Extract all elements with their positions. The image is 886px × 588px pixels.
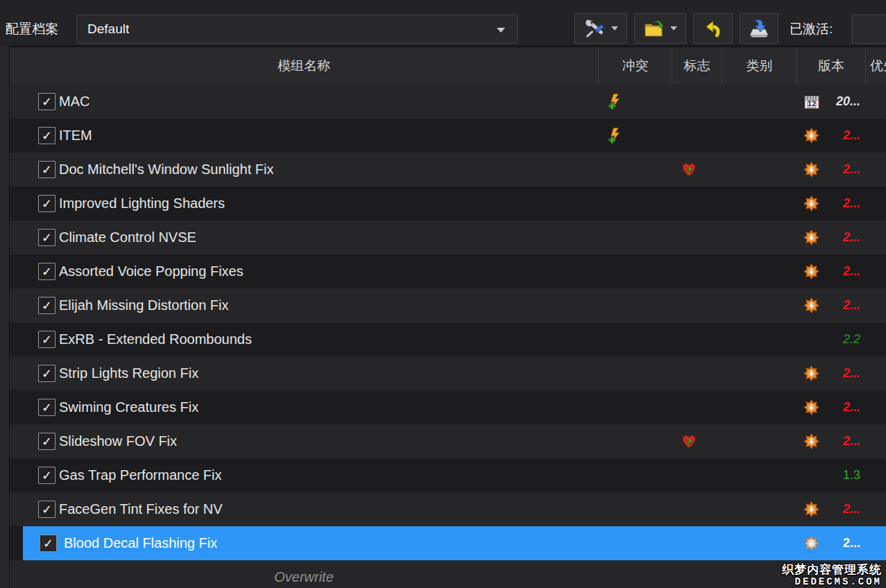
- install-mod-button[interactable]: [740, 13, 778, 44]
- mod-enabled-checkbox[interactable]: ✓: [38, 93, 56, 110]
- mod-enabled-checkbox[interactable]: ✓: [38, 331, 56, 348]
- mod-enabled-checkbox[interactable]: ✓: [38, 399, 56, 416]
- conflicts-cell: [598, 322, 672, 356]
- version-cell: 12 2.2: [796, 322, 865, 356]
- mod-enabled-checkbox[interactable]: ✓: [38, 365, 56, 382]
- mod-name-cell: ✓ MAC: [10, 85, 598, 119]
- column-header-conflicts[interactable]: 冲突: [598, 47, 672, 85]
- update-available-icon: [803, 128, 819, 144]
- table-row[interactable]: ✓ Swiming Creatures Fix ?: [10, 390, 886, 424]
- table-row[interactable]: ✓ Elijah Missing Distortion Fix ?: [10, 288, 886, 322]
- flags-cell: ?: [672, 356, 722, 390]
- mod-name-cell: ✓ Doc Mitchell's Window Sunlight Fix: [10, 153, 598, 187]
- mod-version: 2...: [843, 230, 860, 245]
- table-row[interactable]: ✓ Gas Trap Performance Fix ?: [10, 458, 886, 492]
- table-row[interactable]: ✓ Slideshow FOV Fix ?: [10, 424, 886, 458]
- table-row[interactable]: ✓ Blood Decal Flashing Fix ?: [10, 526, 886, 560]
- version-cell: 12 2...: [796, 220, 865, 254]
- chevron-down-icon: [611, 26, 618, 31]
- update-available-icon: [803, 535, 819, 551]
- mod-enabled-checkbox[interactable]: ✓: [38, 127, 56, 144]
- conflicts-cell: [598, 390, 672, 424]
- mod-table-header: 模组名称 冲突 标志 类别 版本 优先级: [0, 46, 886, 85]
- checkmark-icon: ✓: [42, 198, 52, 210]
- conflicts-cell: [598, 492, 672, 526]
- table-row[interactable]: ✓ ExRB - Extended Roombounds ?: [10, 322, 886, 356]
- column-header-version[interactable]: 版本: [796, 47, 865, 85]
- mod-name-cell: ✓ Improved Lighting Shaders: [10, 187, 598, 220]
- svg-text:?: ?: [686, 165, 692, 176]
- mod-version: 2...: [843, 366, 860, 381]
- mod-enabled-checkbox[interactable]: ✓: [38, 297, 56, 314]
- mod-name: FaceGen Tint Fixes for NV: [59, 501, 223, 517]
- column-header-name[interactable]: 模组名称: [10, 47, 598, 85]
- update-available-icon: [803, 196, 819, 211]
- checkmark-icon: ✓: [43, 537, 53, 550]
- mod-version: 2...: [843, 298, 860, 313]
- activated-label: 已激活:: [790, 15, 833, 44]
- table-row[interactable]: ✓ Climate Control NVSE ?: [10, 220, 886, 254]
- column-header-category[interactable]: 类别: [722, 47, 796, 85]
- open-folder-button[interactable]: [634, 13, 686, 44]
- update-available-icon: [803, 263, 819, 279]
- column-header-flags[interactable]: 标志: [672, 47, 722, 85]
- mod-name-cell: ✓ Strip Lights Region Fix: [10, 356, 598, 390]
- table-row[interactable]: ✓ ITEM ?: [10, 119, 886, 153]
- activated-count-box[interactable]: [852, 15, 886, 44]
- flags-cell: ?: [672, 187, 722, 220]
- conflicts-cell: [598, 424, 672, 458]
- undo-arrow-icon: [704, 19, 722, 38]
- flags-cell: ?: [672, 424, 722, 458]
- mod-enabled-checkbox[interactable]: ✓: [38, 263, 56, 280]
- flags-cell: ?: [672, 526, 722, 560]
- mod-enabled-checkbox[interactable]: ✓: [38, 161, 56, 178]
- mod-version: 2...: [843, 128, 860, 143]
- svg-text:?: ?: [686, 437, 692, 448]
- mod-enabled-checkbox[interactable]: ✓: [38, 467, 56, 484]
- mod-name-cell: ✓ Elijah Missing Distortion Fix: [10, 288, 598, 322]
- version-cell: 12 20...: [796, 85, 865, 119]
- conflicts-cell: [598, 153, 672, 187]
- flags-cell: ?: [672, 153, 722, 187]
- mod-list: ✓ MAC ?: [10, 85, 886, 588]
- checkmark-icon: ✓: [42, 334, 52, 346]
- watermark-line1: 织梦内容管理系统: [782, 564, 882, 576]
- conflicts-cell: [598, 526, 672, 560]
- table-row[interactable]: ✓ Doc Mitchell's Window Sunlight Fix ?: [10, 153, 886, 187]
- tools-button[interactable]: [574, 13, 627, 44]
- checkmark-icon: ✓: [42, 435, 52, 448]
- undo-button[interactable]: [693, 13, 733, 44]
- mod-version: 20...: [836, 94, 860, 109]
- table-row[interactable]: ✓ FaceGen Tint Fixes for NV ?: [10, 492, 886, 526]
- mod-enabled-checkbox[interactable]: ✓: [38, 195, 56, 212]
- mod-enabled-checkbox[interactable]: ✓: [38, 433, 56, 450]
- conflicts-cell: [598, 458, 672, 492]
- update-available-icon: [803, 433, 819, 449]
- flags-cell: ?: [672, 119, 722, 153]
- update-available-icon: [803, 365, 819, 381]
- table-row[interactable]: ✓ Assorted Voice Popping Fixes ?: [10, 254, 886, 288]
- table-row[interactable]: ✓ MAC ?: [10, 85, 886, 119]
- mod-name: Doc Mitchell's Window Sunlight Fix: [59, 162, 273, 178]
- watermark: 织梦内容管理系统 DEDECMS.COM: [782, 564, 882, 587]
- calendar-icon: 12: [803, 94, 820, 110]
- table-row[interactable]: ✓ Improved Lighting Shaders ?: [10, 187, 886, 220]
- mod-name-cell: ✓ Gas Trap Performance Fix: [10, 458, 598, 492]
- checkmark-icon: ✓: [42, 130, 52, 142]
- mod-name-cell: ✓ Slideshow FOV Fix: [10, 424, 598, 458]
- column-header-priority[interactable]: 优先级: [865, 47, 886, 85]
- overwrite-row[interactable]: Overwrite: [10, 560, 886, 588]
- mod-enabled-checkbox[interactable]: ✓: [38, 229, 56, 246]
- version-cell: 12 2...: [796, 153, 865, 187]
- mod-enabled-checkbox[interactable]: ✓: [40, 535, 57, 552]
- mod-enabled-checkbox[interactable]: ✓: [38, 501, 56, 518]
- mod-name: Blood Decal Flashing Fix: [64, 535, 217, 551]
- mod-version: 2...: [843, 264, 860, 279]
- profile-select[interactable]: Default: [76, 15, 518, 44]
- mod-name-cell: ✓ ITEM: [10, 119, 598, 153]
- chevron-down-icon: [670, 26, 677, 31]
- mod-name: Climate Control NVSE: [59, 230, 196, 245]
- flags-cell: ?: [672, 220, 722, 254]
- table-row[interactable]: ✓ Strip Lights Region Fix ?: [10, 356, 886, 390]
- mod-name: Elijah Missing Distortion Fix: [59, 297, 229, 313]
